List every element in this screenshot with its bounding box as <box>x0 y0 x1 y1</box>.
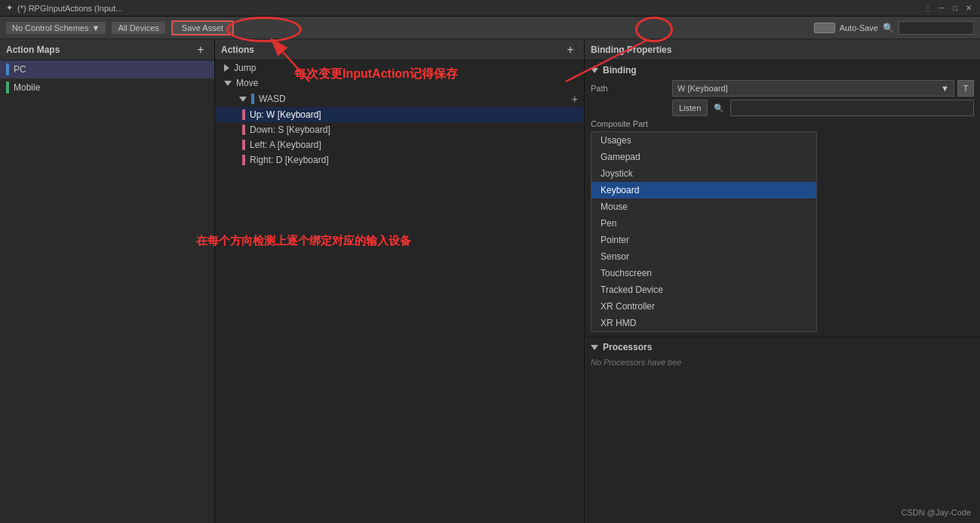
path-row: Path W [Keyboard] ▼ T <box>591 80 974 97</box>
control-schemes-button[interactable]: No Control Schemes ▼ <box>6 22 106 34</box>
action-map-item-pc[interactable]: PC <box>0 60 214 78</box>
path-t-button[interactable]: T <box>957 80 974 97</box>
minimize-icon[interactable]: ─ <box>936 3 947 14</box>
binding-props-title: Binding Properties <box>591 45 671 55</box>
left-color-bar <box>242 140 245 150</box>
close-icon[interactable]: ✕ <box>963 3 974 14</box>
auto-save-label: Auto-Save <box>840 23 878 32</box>
save-asset-button[interactable]: Save Asset <box>171 20 234 35</box>
path-search-input[interactable] <box>730 100 974 116</box>
title-bar-right: ⋮ ─ □ ✕ <box>923 3 974 14</box>
binding-down-s[interactable]: Down: S [Keyboard] <box>215 122 584 137</box>
binding-section-header: Binding <box>591 65 974 75</box>
action-maps-title: Action Maps <box>6 45 60 55</box>
dropdown-item-keyboard[interactable]: Keyboard <box>591 182 816 198</box>
processors-section: Processors No Processors have bee <box>585 337 980 372</box>
processors-expand-icon <box>591 345 598 350</box>
device-dropdown-list: Usages Gamepad Joystick Keyboard Mouse P… <box>591 131 817 332</box>
all-devices-button[interactable]: All Devices <box>112 22 164 34</box>
action-item-move[interactable]: Move <box>215 75 584 91</box>
dropdown-item-mouse[interactable]: Mouse <box>591 198 816 215</box>
dropdown-item-xr-controller[interactable]: XR Controller <box>591 298 816 315</box>
title-bar: ✦ (*) RPGInputActions (Input... ⋮ ─ □ ✕ <box>0 0 980 17</box>
wasd-color-bar <box>251 94 254 104</box>
add-action-map-button[interactable]: + <box>193 42 208 57</box>
composite-wasd[interactable]: WASD + <box>215 91 584 107</box>
maximize-icon[interactable]: □ <box>950 3 960 14</box>
dropdown-item-tracked-device[interactable]: Tracked Device <box>591 281 816 298</box>
scheme-label: No Control Schemes <box>12 23 89 32</box>
action-item-jump[interactable]: Jump <box>215 60 584 75</box>
up-label: Up: W [Keyboard] <box>250 109 321 120</box>
dropdown-item-usages[interactable]: Usages <box>591 132 816 149</box>
dropdown-item-pointer[interactable]: Pointer <box>591 232 816 248</box>
toolbar: No Control Schemes ▼ All Devices Save As… <box>0 17 980 39</box>
title-bar-left: ✦ (*) RPGInputActions (Input... <box>6 3 122 13</box>
unity-icon: ✦ <box>6 3 13 13</box>
binding-section: Binding Path W [Keyboard] ▼ T L <box>585 60 980 337</box>
listen-button[interactable]: Listen <box>672 100 708 116</box>
action-maps-list: PC Mobile <box>0 60 214 97</box>
window-title: (*) RPGInputActions (Input... <box>17 4 122 13</box>
dropdown-item-joystick[interactable]: Joystick <box>591 165 816 182</box>
path-label: Path <box>591 84 666 93</box>
search-small-icon: 🔍 <box>714 103 724 113</box>
right-color-bar <box>242 155 245 165</box>
action-maps-panel: Action Maps + PC Mobile <box>0 39 215 523</box>
dropdown-item-gamepad[interactable]: Gamepad <box>591 149 816 165</box>
binding-expand-icon <box>591 68 598 73</box>
wasd-add-button[interactable]: + <box>572 93 578 105</box>
binding-props-header: Binding Properties <box>585 39 980 60</box>
auto-save-toggle[interactable] <box>814 23 835 33</box>
mobile-label: Mobile <box>14 82 40 93</box>
actions-title: Actions <box>221 45 254 55</box>
path-dropdown[interactable]: W [Keyboard] ▼ <box>672 80 954 97</box>
move-label: Move <box>236 78 258 88</box>
wasd-expand-icon <box>239 97 247 102</box>
right-label: Right: D [Keyboard] <box>250 155 329 165</box>
binding-left-a[interactable]: Left: A [Keyboard] <box>215 137 584 152</box>
dots-icon[interactable]: ⋮ <box>923 3 933 14</box>
scheme-arrow-icon: ▼ <box>92 23 100 32</box>
composite-part-row: Composite Part <box>591 119 974 128</box>
dropdown-item-touchscreen[interactable]: Touchscreen <box>591 265 816 281</box>
path-field-area: W [Keyboard] ▼ T <box>672 80 974 97</box>
composite-part-label: Composite Part <box>591 119 666 128</box>
path-dropdown-arrow-icon: ▼ <box>941 84 949 93</box>
jump-collapse-icon <box>224 64 229 72</box>
wasd-label: WASD <box>259 94 286 104</box>
dropdown-item-sensor[interactable]: Sensor <box>591 248 816 265</box>
processors-title: Processors <box>603 342 652 352</box>
main-layout: Action Maps + PC Mobile Actions + Jump <box>0 39 980 523</box>
actions-header: Actions + <box>215 39 584 60</box>
move-expand-icon <box>224 81 232 86</box>
action-maps-header: Action Maps + <box>0 39 214 60</box>
binding-up-w[interactable]: Up: W [Keyboard] <box>215 107 584 122</box>
processors-header: Processors <box>591 342 974 352</box>
path-value: W [Keyboard] <box>677 84 728 93</box>
jump-label: Jump <box>234 63 256 73</box>
mobile-color-bar <box>6 82 9 94</box>
pc-color-bar <box>6 63 9 75</box>
actions-panel: Actions + Jump Move WASD + Up: W [Keyboa… <box>215 39 585 523</box>
binding-right-d[interactable]: Right: D [Keyboard] <box>215 152 584 168</box>
left-label: Left: A [Keyboard] <box>250 140 321 150</box>
pc-label: PC <box>14 64 26 75</box>
auto-save-area: Auto-Save 🔍 <box>814 21 974 35</box>
binding-section-title: Binding <box>603 65 637 75</box>
add-action-button[interactable]: + <box>563 42 578 57</box>
search-icon: 🔍 <box>883 23 894 33</box>
dropdown-item-pen[interactable]: Pen <box>591 215 816 232</box>
action-map-item-mobile[interactable]: Mobile <box>0 78 214 97</box>
dropdown-item-xr-hmd[interactable]: XR HMD <box>591 315 816 331</box>
binding-properties-panel: Binding Properties Binding Path W [Keybo… <box>585 39 980 523</box>
up-color-bar <box>242 109 245 120</box>
toolbar-search-input[interactable] <box>899 21 974 35</box>
no-processors-text: No Processors have bee <box>591 358 681 367</box>
devices-label: All Devices <box>118 23 158 32</box>
listen-search-row: Listen 🔍 <box>591 100 974 116</box>
down-color-bar <box>242 125 245 135</box>
down-label: Down: S [Keyboard] <box>250 125 330 135</box>
